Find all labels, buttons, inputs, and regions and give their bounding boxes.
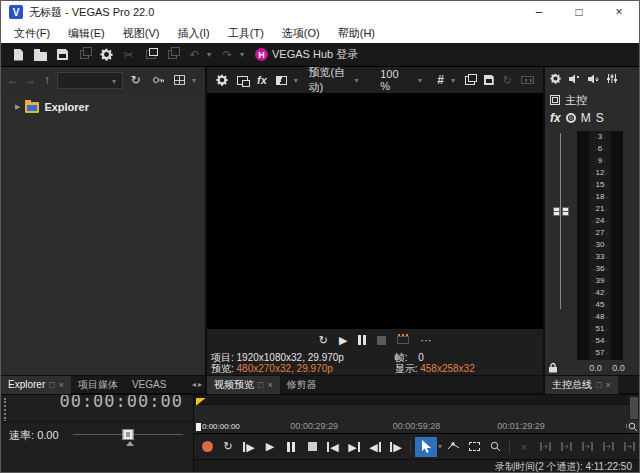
preferences-button[interactable] <box>97 45 116 64</box>
redo-dropdown: ▾ <box>240 50 248 59</box>
overlays-button[interactable]: # <box>435 71 446 90</box>
timeline-main: 0:00:00:00 00:00:29:29 00:00:59:28 00:01… <box>194 395 639 473</box>
timeline-vscrollbar[interactable] <box>629 395 639 422</box>
back-button[interactable]: ← <box>6 73 20 87</box>
go-to-start-button[interactable]: ◀ <box>323 437 343 457</box>
solo-button[interactable]: S <box>596 111 604 125</box>
close-icon[interactable]: × <box>605 380 610 390</box>
float-window-icon[interactable]: □ <box>49 380 54 390</box>
db-scale-label: 6 <box>589 145 611 153</box>
tab-trimmer[interactable]: 修剪器 <box>280 376 324 394</box>
menu-item[interactable]: 帮助(H) <box>329 26 384 41</box>
menu-item[interactable]: 编辑(E) <box>59 26 114 41</box>
mixer-settings-button[interactable] <box>550 70 561 88</box>
play-button[interactable]: ▶ <box>339 334 347 347</box>
loop-playback-button[interactable]: ↻ <box>218 437 238 457</box>
maximize-button[interactable]: □ <box>559 1 599 23</box>
menu-item[interactable]: 插入(I) <box>168 26 218 41</box>
downmix-output-button[interactable] <box>587 70 599 88</box>
forward-button[interactable]: → <box>23 73 37 87</box>
record-button[interactable] <box>197 437 217 457</box>
pause-icon <box>287 442 295 452</box>
insert-bus-button[interactable] <box>568 70 580 88</box>
loop-playback-button[interactable]: ↻ <box>319 334 328 347</box>
tab-video-preview[interactable]: 视频预览 □ × <box>207 376 280 394</box>
menu-item[interactable]: 选项(O) <box>273 26 329 41</box>
open-project-button[interactable] <box>31 45 50 64</box>
next-frame-button[interactable]: ▶ <box>386 437 406 457</box>
close-icon[interactable]: × <box>267 380 272 390</box>
marker-bar[interactable] <box>194 395 639 405</box>
tab-vegas-hub[interactable]: VEGAS <box>125 376 171 394</box>
previous-frame-button[interactable]: ◀ <box>365 437 385 457</box>
media-search-button[interactable] <box>148 71 167 90</box>
drag-handle[interactable] <box>4 398 6 422</box>
pause-button[interactable] <box>358 335 366 345</box>
selection-tool-button[interactable] <box>464 437 484 457</box>
vegas-hub-button[interactable]: H VEGAS Hub 登录 <box>255 45 358 64</box>
split-screen-button[interactable] <box>274 71 289 90</box>
project-video-properties-button[interactable] <box>214 71 230 90</box>
float-window-icon[interactable]: □ <box>258 380 263 390</box>
rate-control: 速率: 0.00 <box>9 426 183 444</box>
level-value-left: 0.0 <box>584 363 607 373</box>
envelope-tool-button[interactable] <box>443 437 463 457</box>
db-scale-label: 36 <box>589 265 611 273</box>
float-window-icon[interactable]: □ <box>596 380 601 390</box>
preview-zoom-dropdown[interactable]: 100 % ▾ <box>380 68 424 92</box>
up-button[interactable]: ↑ <box>40 73 54 87</box>
menu-item[interactable]: 文件(F) <box>5 26 59 41</box>
automation-icon[interactable] <box>566 113 576 123</box>
video-output-fx-button[interactable]: fx <box>255 71 269 90</box>
mute-button[interactable]: M <box>581 111 591 125</box>
redo-button: ↷ <box>218 45 237 64</box>
address-combobox[interactable]: ▾ <box>57 72 123 89</box>
rate-slider[interactable] <box>73 426 183 444</box>
play-from-start-button[interactable]: ▶ <box>239 437 259 457</box>
undo-dropdown: ▾ <box>207 50 215 59</box>
timeline-ruler[interactable]: 0:00:00:00 00:00:29:29 00:00:59:28 00:01… <box>194 405 639 435</box>
rate-slider-handle[interactable] <box>122 429 133 440</box>
tab-scroll-right-icon[interactable]: ▸ <box>198 380 202 389</box>
views-dropdown[interactable]: ▾ <box>192 76 200 85</box>
tab-master-bus[interactable]: 主控总线 □ × <box>545 376 618 394</box>
copy-snapshot-button[interactable] <box>463 71 477 90</box>
volume-fader[interactable] <box>553 131 569 360</box>
zoom-corner-button[interactable] <box>627 420 639 433</box>
save-project-button[interactable] <box>53 45 72 64</box>
stop-button[interactable] <box>302 437 322 457</box>
overlays-dropdown[interactable]: ▾ <box>451 76 458 85</box>
close-icon[interactable]: × <box>59 380 64 390</box>
tree-item-explorer[interactable]: ▶ Explorer <box>15 101 205 113</box>
save-snapshot-button[interactable] <box>482 71 496 90</box>
lock-icon[interactable] <box>548 362 558 373</box>
bus-fx-button[interactable]: fx <box>550 111 561 125</box>
menu-item[interactable]: 工具(T) <box>219 26 273 41</box>
bus-icon[interactable] <box>550 95 560 105</box>
tab-explorer[interactable]: Explorer □ × <box>1 376 71 394</box>
pause-button[interactable] <box>281 437 301 457</box>
fader-handle[interactable] <box>553 207 569 216</box>
more-options-button[interactable]: ··· <box>420 334 431 346</box>
close-button[interactable]: × <box>599 1 639 23</box>
split-screen-dropdown[interactable]: ▾ <box>294 76 301 85</box>
expand-arrow-icon[interactable]: ▶ <box>15 103 20 111</box>
tab-project-media[interactable]: 项目媒体 <box>71 376 125 394</box>
menu-item[interactable]: 视图(V) <box>114 26 169 41</box>
views-button[interactable] <box>170 71 189 90</box>
normal-edit-tool-button[interactable] <box>415 437 437 457</box>
tab-scroll-left-icon[interactable]: ◂ <box>192 380 196 389</box>
external-monitor-button[interactable] <box>235 71 250 90</box>
refresh-button[interactable]: ↻ <box>126 71 145 90</box>
play-button[interactable]: ▶ <box>260 437 280 457</box>
timecode-display[interactable]: 00:00:00:00 <box>59 395 183 414</box>
new-project-button[interactable] <box>9 45 28 64</box>
mixing-console-button[interactable] <box>606 70 618 88</box>
video-display[interactable] <box>207 93 543 329</box>
preview-quality-dropdown[interactable]: 预览(自动) ▾ <box>309 65 362 95</box>
zoom-tool-button[interactable] <box>485 437 505 457</box>
minimize-button[interactable]: – <box>519 1 559 23</box>
go-to-end-button[interactable]: ▶ <box>344 437 364 457</box>
paste-button <box>163 45 182 64</box>
edit-tool-dropdown[interactable]: ▾ <box>438 442 442 451</box>
